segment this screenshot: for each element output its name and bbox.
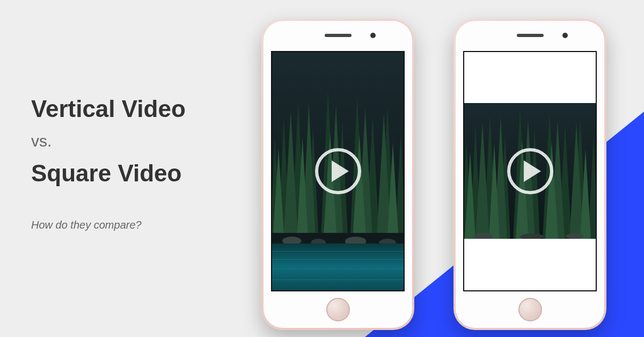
phone-screen-vertical [271,51,405,291]
phone-body [264,21,412,328]
play-icon[interactable] [507,148,553,194]
phone-vertical [261,19,414,330]
home-button [326,298,350,321]
heading-vs: vs. [31,132,186,150]
svg-rect-25 [272,244,404,290]
phone-square [453,19,606,330]
subtitle: How do they compare? [31,219,186,231]
video-preview-square [464,103,596,239]
heading-line-1: Vertical Video [31,96,186,122]
phone-speaker [517,34,544,37]
headline-block: Vertical Video vs. Square Video How do t… [31,96,186,231]
phone-body [456,21,604,328]
phone-screen-square [463,51,597,291]
video-preview-vertical [272,52,404,290]
phone-camera [562,33,568,38]
svg-point-53 [566,233,583,239]
home-button [518,298,542,321]
play-icon[interactable] [315,148,361,194]
phone-speaker [325,34,352,37]
heading-line-2: Square Video [31,160,186,187]
phone-camera [370,33,376,38]
